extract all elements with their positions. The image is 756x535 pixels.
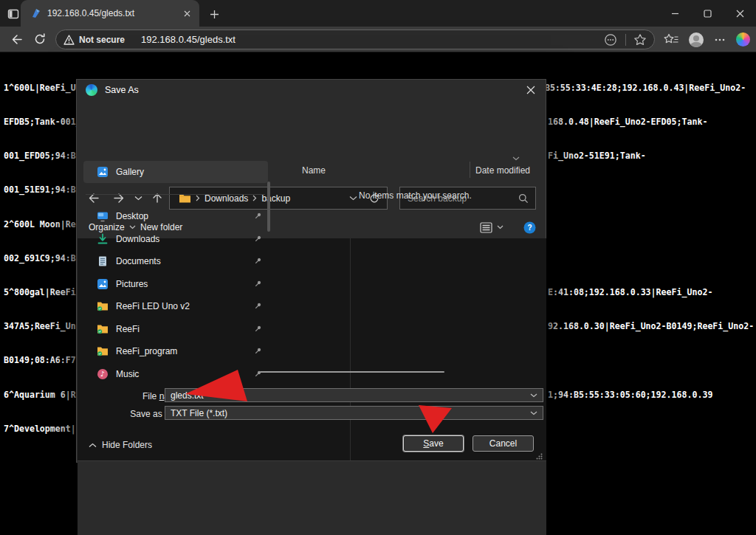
- sidebar-item-gallery[interactable]: Gallery: [83, 161, 268, 183]
- music-icon: ♪: [97, 368, 109, 380]
- horizontal-scrollbar[interactable]: [260, 371, 444, 373]
- window-maximize-button[interactable]: [691, 0, 724, 27]
- column-header-date-modified[interactable]: Date modified: [475, 165, 530, 176]
- cancel-button[interactable]: Cancel: [472, 435, 534, 452]
- sidebar-item-reefi-led-uno-v2[interactable]: ReeFi LED Uno v2: [83, 295, 268, 317]
- pin-icon: [253, 212, 262, 221]
- downloads-icon: [97, 233, 109, 245]
- sidebar-item-pictures[interactable]: Pictures: [83, 273, 268, 295]
- tab-title: 192.168.0.45/gleds.txt: [47, 8, 180, 18]
- chevron-down-icon[interactable]: [530, 411, 537, 415]
- gallery-icon: [97, 166, 109, 178]
- copilot-icon[interactable]: [736, 32, 750, 46]
- dialog-close-button[interactable]: [516, 80, 546, 100]
- sidebar-scrollbar[interactable]: [267, 182, 270, 232]
- breadcrumb-chevron-icon: [196, 195, 200, 201]
- pin-icon: [253, 302, 262, 311]
- breadcrumb-backup[interactable]: backup: [261, 193, 290, 204]
- pin-icon: [253, 235, 262, 244]
- window-minimize-button[interactable]: [659, 0, 691, 27]
- sidebar-divider: [350, 238, 351, 460]
- folder-synced-icon: [97, 345, 109, 357]
- chevron-down-icon[interactable]: [530, 393, 537, 398]
- back-button[interactable]: [7, 30, 25, 48]
- sidebar-item-desktop[interactable]: Desktop: [83, 205, 268, 227]
- sidebar-item-documents[interactable]: Documents: [83, 250, 268, 272]
- sidebar-item-reefi[interactable]: ReeFi: [83, 318, 268, 340]
- browser-tab[interactable]: 192.168.0.45/gleds.txt: [21, 0, 199, 27]
- file-name-input[interactable]: [165, 390, 530, 401]
- details-view-icon: [480, 222, 492, 233]
- window-controls: [659, 0, 756, 27]
- view-mode-button[interactable]: [480, 219, 504, 235]
- pin-icon: [253, 325, 262, 334]
- sort-chevron-icon[interactable]: [512, 156, 520, 161]
- sidebar-item-reefi-program[interactable]: ReeFi_program: [83, 340, 268, 362]
- save-as-type-select[interactable]: TXT File (*.txt): [165, 406, 543, 420]
- dialog-title-bar[interactable]: Save As: [77, 80, 546, 100]
- empty-folder-message: No items match your search.: [359, 190, 472, 201]
- save-button[interactable]: Save: [403, 435, 464, 452]
- edge-logo-icon: [86, 84, 97, 96]
- sidebar-item-downloads[interactable]: Downloads: [83, 228, 268, 250]
- help-button[interactable]: ?: [523, 219, 536, 235]
- screen: 192.168.0.45/gleds.txt Not secure 192.16…: [0, 0, 756, 535]
- resize-grip[interactable]: [536, 453, 543, 460]
- desktop-icon: [97, 210, 109, 222]
- pin-icon: [253, 280, 262, 289]
- tab-actions-menu-icon[interactable]: [5, 6, 21, 22]
- reading-mode-icon[interactable]: [603, 32, 618, 47]
- svg-text:♪: ♪: [100, 370, 105, 378]
- address-dropdown-chevron-icon[interactable]: [349, 196, 357, 201]
- pin-icon: [253, 257, 262, 266]
- svg-text:?: ?: [527, 224, 532, 232]
- folder-synced-icon: [97, 323, 109, 335]
- dialog-title: Save As: [105, 85, 139, 95]
- chevron-up-icon: [89, 443, 97, 448]
- save-as-dialog: Save As Downloads backup: [76, 79, 546, 463]
- file-name-combobox[interactable]: [165, 388, 543, 402]
- address-bar[interactable]: Not secure 192.168.0.45/gleds.txt: [55, 30, 655, 49]
- breadcrumb-chevron-icon: [252, 195, 257, 201]
- hide-folders-button[interactable]: Hide Folders: [89, 440, 152, 450]
- chevron-down-icon: [497, 225, 504, 229]
- not-secure-warning-icon: [63, 35, 75, 45]
- sidebar-section-divider: [86, 194, 265, 195]
- favorite-star-icon[interactable]: [633, 33, 647, 46]
- window-close-button[interactable]: [724, 0, 756, 27]
- browser-address-toolbar: Not secure 192.168.0.45/gleds.txt: [0, 27, 756, 52]
- sidebar-item-music[interactable]: ♪ Music: [83, 363, 268, 385]
- dialog-bottom-panel: [78, 460, 546, 535]
- new-tab-button[interactable]: [207, 7, 221, 21]
- settings-more-icon[interactable]: [714, 34, 726, 46]
- pin-icon: [253, 347, 262, 356]
- tab-close-icon[interactable]: [180, 7, 193, 20]
- documents-icon: [97, 255, 109, 267]
- help-icon: ?: [523, 221, 536, 234]
- address-bar-divider: [625, 34, 626, 46]
- refresh-button[interactable]: [31, 30, 49, 48]
- column-header-name[interactable]: Name: [302, 165, 326, 176]
- url-text[interactable]: 192.168.0.45/gleds.txt: [141, 34, 603, 45]
- column-divider[interactable]: [470, 162, 470, 178]
- security-label[interactable]: Not secure: [79, 35, 125, 45]
- search-icon: [518, 193, 529, 204]
- site-favicon-icon: [31, 8, 41, 18]
- favorites-list-icon[interactable]: [664, 33, 678, 46]
- folder-synced-icon: [97, 300, 109, 312]
- profile-avatar[interactable]: [689, 32, 704, 47]
- pictures-icon: [97, 278, 109, 290]
- browser-tab-strip: 192.168.0.45/gleds.txt: [0, 0, 756, 27]
- browser-action-icons: [664, 30, 750, 49]
